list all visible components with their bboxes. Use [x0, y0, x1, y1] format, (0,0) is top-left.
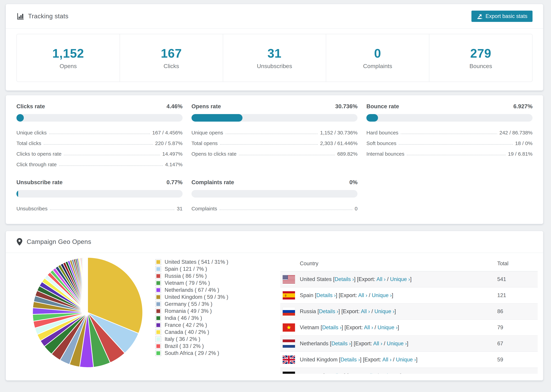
- stat-label: Unsubscribes: [257, 63, 292, 70]
- detail-value: 4.147%: [165, 162, 183, 168]
- stat-complaints: 0Complaints: [326, 34, 429, 82]
- rates-grid: Clicks rate4.46%Unique clicks167 / 4.456…: [16, 103, 532, 214]
- details-link[interactable]: Details ›: [335, 276, 354, 282]
- country-name: Russia: [300, 308, 316, 314]
- detail-row-total-clicks: Total clicks220 / 5.87%: [16, 138, 183, 149]
- stat-opens: 1,152Opens: [17, 34, 120, 82]
- bounce-rate-progress-bar: [366, 114, 532, 122]
- detail-label: Unique opens: [191, 130, 223, 136]
- bracket: [: [319, 324, 322, 330]
- bracket: [: [322, 373, 325, 374]
- export-unique-link[interactable]: Unique ›: [377, 324, 397, 330]
- bracket: [: [328, 341, 331, 347]
- country-name: United States: [300, 276, 332, 282]
- rate-title: Clicks rate: [16, 103, 45, 110]
- bracket: ]: [407, 341, 408, 347]
- rate-value: 4.46%: [167, 103, 183, 110]
- legend-label: Vietnam ( 79 / 5% ): [165, 280, 210, 286]
- rate-value: 0.77%: [167, 179, 183, 186]
- export-unique-link[interactable]: Unique ›: [372, 292, 392, 298]
- stat-label: Complaints: [363, 63, 392, 70]
- export-button-label: Export basic stats: [486, 13, 527, 19]
- export-basic-stats-button[interactable]: Export basic stats: [471, 11, 532, 22]
- country-name: Netherlands: [300, 341, 328, 347]
- export-unique-link[interactable]: Unique ›: [390, 276, 410, 282]
- country-name: Spain: [300, 292, 313, 298]
- country-total: 121: [497, 287, 538, 303]
- detail-value: 689.82%: [337, 151, 357, 157]
- details-link[interactable]: Details ›: [331, 341, 351, 347]
- country-name: United Kingdom: [300, 357, 338, 363]
- rate-title: Bounce rate: [366, 103, 399, 110]
- export-unique-link[interactable]: Unique ›: [387, 341, 407, 347]
- legend-item-france: France ( 42 / 2% ): [155, 322, 238, 329]
- export-label: Export:: [348, 373, 366, 374]
- geo-table-row-russia: Russia [Details ›] [Export: All › / Uniq…: [280, 303, 538, 320]
- export-all-link[interactable]: All ›: [364, 324, 373, 330]
- legend-item-germany: Germany ( 55 / 3% ): [155, 301, 238, 308]
- geo-opens-card: Campaign Geo Opens United States ( 541 /…: [6, 231, 543, 381]
- export-label: Export:: [346, 324, 364, 330]
- rate-value: 6.927%: [513, 103, 532, 110]
- export-all-link[interactable]: All ›: [376, 276, 386, 282]
- flag-germany-icon: [283, 372, 295, 374]
- export-all-link[interactable]: All ›: [358, 292, 367, 298]
- legend-label: United Kingdom ( 59 / 3% ): [165, 294, 228, 300]
- bracket: ] [: [354, 276, 359, 282]
- dotted-leader: [399, 144, 513, 145]
- export-all-link[interactable]: All ›: [366, 373, 375, 374]
- legend-swatch: [155, 259, 161, 265]
- bracket: [: [313, 292, 316, 298]
- rate-section-bounce-rate: Bounce rate6.927%Hard bounces242 / 86.73…: [366, 103, 532, 170]
- legend-swatch: [155, 315, 161, 321]
- bracket: ]: [397, 324, 399, 330]
- export-all-link[interactable]: All ›: [373, 341, 382, 347]
- export-unique-link[interactable]: Unique ›: [380, 373, 400, 374]
- rate-section-clicks-rate: Clicks rate4.46%Unique clicks167 / 4.456…: [16, 103, 183, 170]
- detail-label: Unsubscribes: [16, 206, 48, 211]
- export-unique-link[interactable]: Unique ›: [396, 357, 416, 363]
- details-link[interactable]: Details ›: [319, 308, 339, 314]
- export-all-link[interactable]: All ›: [361, 308, 370, 314]
- detail-value: 19 / 6.81%: [508, 151, 532, 157]
- opens-rate-progress-bar: [191, 114, 358, 122]
- export-label: Export:: [340, 292, 358, 298]
- rate-value: 30.736%: [335, 103, 357, 110]
- detail-value: 1,152 / 30.736%: [320, 130, 358, 136]
- details-link[interactable]: Details ›: [316, 292, 336, 298]
- flag-netherlands-icon: [283, 339, 295, 348]
- rate-header: Opens rate30.736%: [191, 103, 358, 110]
- details-link[interactable]: Details ›: [325, 373, 344, 374]
- unsubscribe-rate-progress-bar: [16, 190, 183, 197]
- stats-summary: 1,152Opens167Clicks31Unsubscribes0Compla…: [16, 34, 532, 82]
- geo-table-row-united-states: United States [Details ›] [Export: All ›…: [280, 271, 538, 287]
- legend-label: Russia ( 86 / 5% ): [165, 273, 207, 279]
- legend-label: India ( 46 / 3% ): [165, 315, 202, 321]
- details-link[interactable]: Details ›: [340, 357, 360, 363]
- flag-united-kingdom-icon: [283, 356, 295, 364]
- progress-fill: [366, 114, 378, 122]
- dotted-leader: [407, 155, 505, 155]
- detail-row-unique-opens: Unique opens1,152 / 30.736%: [191, 127, 358, 138]
- stat-label: Opens: [60, 63, 77, 70]
- details-link[interactable]: Details ›: [322, 324, 342, 330]
- dotted-leader: [219, 210, 352, 210]
- bracket: [: [316, 308, 319, 314]
- country-total: 55: [497, 368, 538, 374]
- export-unique-link[interactable]: Unique ›: [374, 308, 395, 314]
- flag-united-states-icon: [283, 275, 295, 283]
- detail-row-unsubscribes: Unsubscribes31: [16, 203, 183, 214]
- bracket: ]: [416, 357, 417, 363]
- detail-value: 18 / 0%: [515, 140, 532, 146]
- dotted-leader: [401, 133, 497, 134]
- export-all-link[interactable]: All ›: [382, 357, 391, 363]
- clicks-rate-progress-bar: [16, 114, 183, 122]
- legend-item-canada: Canada ( 40 / 2% ): [155, 329, 238, 336]
- dotted-leader: [59, 165, 163, 166]
- rate-section-unsubscribe-rate: Unsubscribe rate0.77%Unsubscribes31: [16, 179, 183, 214]
- legend-swatch: [155, 287, 161, 293]
- flag-vietnam-icon: [283, 323, 295, 332]
- legend-swatch: [155, 280, 161, 286]
- progress-fill: [191, 114, 242, 122]
- bracket: [: [332, 276, 335, 282]
